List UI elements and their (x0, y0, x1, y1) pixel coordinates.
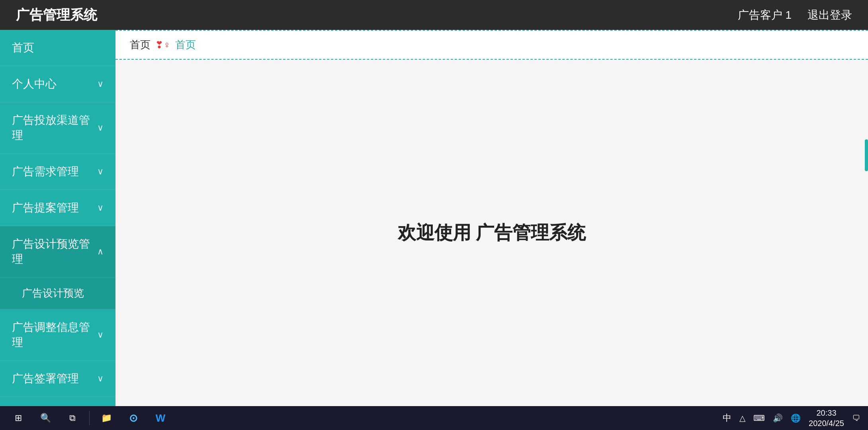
start-button[interactable]: ⊞ (8, 408, 29, 428)
sidebar-item-home-label: 首页 (12, 40, 34, 55)
current-user: 广告客户 1 (738, 8, 792, 23)
chevron-down-icon: ∨ (97, 123, 104, 133)
search-icon: 🔍 (40, 413, 51, 423)
chevron-down-icon: ∨ (97, 166, 104, 177)
header-right: 广告客户 1 退出登录 (738, 8, 852, 23)
chevron-down-icon: ∨ (97, 373, 104, 384)
sidebar-item-ad-demand[interactable]: 广告需求管理 ∨ (0, 154, 115, 190)
scrollbar-indicator (865, 139, 868, 171)
sidebar-item-ad-sign-label: 广告签署管理 (12, 371, 79, 386)
network-icon: 🌐 (791, 413, 801, 423)
taskbar: ⊞ 🔍 ⧉ 📁 ⊙ W 中 △ ⌨ 🔊 🌐 20:33 2020/4/25 🗨 (0, 406, 868, 430)
chrome-button[interactable]: ⊙ (123, 408, 144, 428)
taskbar-time: 20:33 2020/4/25 (809, 408, 844, 428)
sidebar-item-ad-proposal[interactable]: 广告提案管理 ∨ (0, 190, 115, 226)
logout-button[interactable]: 退出登录 (807, 8, 852, 23)
sidebar-subitem-ad-design-preview-label: 广告设计预览 (22, 287, 84, 299)
sidebar-item-ad-channel[interactable]: 广告投放渠道管理 ∨ (0, 102, 115, 154)
app-title: 广告管理系统 (16, 6, 97, 24)
time-display: 20:33 (809, 408, 844, 418)
breadcrumb-bar: 首页 ❣♀ 首页 (115, 30, 868, 60)
sidebar-item-ad-adjust[interactable]: 广告调整信息管理 ∨ (0, 309, 115, 361)
sidebar-item-ad-sign[interactable]: 广告签署管理 ∨ (0, 361, 115, 397)
chevron-down-icon: ∨ (97, 330, 104, 340)
sidebar-subitem-ad-design-preview[interactable]: 广告设计预览 (0, 278, 115, 309)
header: 广告管理系统 广告客户 1 退出登录 (0, 0, 868, 30)
word-icon: W (156, 412, 166, 424)
keyboard-icon: ⌨ (753, 413, 765, 423)
notification-icon: △ (739, 413, 745, 423)
sidebar-item-home[interactable]: 首页 (0, 30, 115, 66)
main-content: 首页 ❣♀ 首页 欢迎使用 广告管理系统 (115, 30, 868, 406)
word-button[interactable]: W (150, 408, 171, 428)
date-display: 2020/4/25 (809, 418, 844, 428)
sidebar-item-ad-proposal-label: 广告提案管理 (12, 200, 79, 215)
sidebar-item-ad-adjust-label: 广告调整信息管理 (12, 320, 97, 350)
windows-icon: ⊞ (15, 413, 22, 423)
breadcrumb-separator-icons: ❣♀ (155, 39, 170, 51)
sidebar-item-ad-channel-label: 广告投放渠道管理 (12, 113, 97, 143)
chevron-up-icon: ∧ (97, 246, 104, 257)
search-button[interactable]: 🔍 (35, 408, 56, 428)
sidebar: 首页 个人中心 ∨ 广告投放渠道管理 ∨ 广告需求管理 ∨ 广告提案管理 ∨ 广… (0, 30, 115, 406)
explorer-button[interactable]: 📁 (96, 408, 117, 428)
sidebar-item-ad-design-preview-label: 广告设计预览管理 (12, 236, 97, 267)
sidebar-item-ad-design-preview[interactable]: 广告设计预览管理 ∧ (0, 226, 115, 278)
ime-indicator: 中 (723, 412, 731, 424)
breadcrumb-home: 首页 (130, 38, 151, 52)
taskview-icon: ⧉ (69, 413, 76, 423)
taskbar-right: 中 △ ⌨ 🔊 🌐 20:33 2020/4/25 🗨 (723, 408, 860, 428)
folder-icon: 📁 (101, 413, 112, 423)
taskbar-separator (89, 411, 90, 425)
welcome-text: 欢迎使用 广告管理系统 (398, 221, 586, 245)
welcome-area: 欢迎使用 广告管理系统 (115, 60, 868, 406)
taskview-button[interactable]: ⧉ (62, 408, 83, 428)
sidebar-item-personal-center[interactable]: 个人中心 ∨ (0, 66, 115, 102)
chrome-icon: ⊙ (129, 412, 138, 424)
chevron-down-icon: ∨ (97, 203, 104, 213)
sidebar-item-personal-center-label: 个人中心 (12, 76, 57, 92)
chevron-down-icon: ∨ (97, 79, 104, 89)
breadcrumb-current: 首页 (175, 38, 196, 52)
sidebar-item-ad-demand-label: 广告需求管理 (12, 164, 79, 179)
notifications-button[interactable]: 🗨 (852, 414, 860, 423)
volume-icon: 🔊 (773, 413, 783, 423)
main-layout: 首页 个人中心 ∨ 广告投放渠道管理 ∨ 广告需求管理 ∨ 广告提案管理 ∨ 广… (0, 30, 868, 406)
sidebar-item-ad-settlement[interactable]: 广告结算管理 ∨ (0, 397, 115, 406)
